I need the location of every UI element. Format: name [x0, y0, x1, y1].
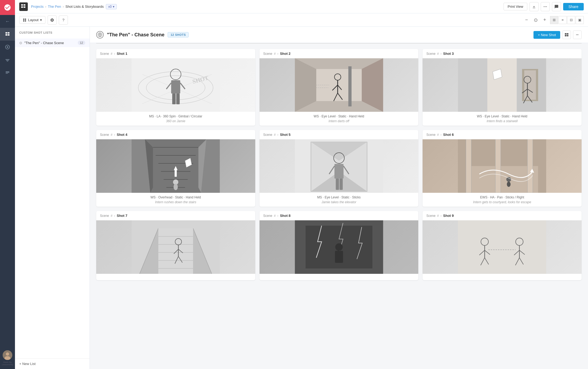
shot-7-arrow: ›: [114, 214, 115, 218]
share-button[interactable]: Share: [563, 3, 584, 10]
new-list-button[interactable]: + New List: [19, 362, 36, 366]
shot-7-scene: Scene: [100, 214, 109, 218]
shot-sidebar-header: CUSTOM SHOT LISTS: [15, 27, 90, 39]
help-label: ?: [62, 18, 64, 22]
shot-card-header-6: Scene # › Shot 6: [423, 130, 582, 139]
shot-7-footer: [96, 274, 255, 280]
svg-rect-56: [458, 58, 488, 112]
view-buttons: ⊞ ≡ ⊟ ▣: [550, 16, 584, 24]
sidebar-scene-icon[interactable]: [0, 41, 15, 53]
shot-1-footer: MS · LA · 360 Spin · Gimbal / Circular 3…: [96, 112, 255, 126]
svg-rect-3: [8, 34, 10, 36]
svg-rect-16: [23, 18, 24, 20]
shot-view-toggle[interactable]: [562, 30, 571, 39]
svg-rect-90: [336, 179, 339, 190]
help-button[interactable]: ?: [59, 16, 68, 25]
shot-grid: Scene # › Shot 1: [90, 44, 588, 286]
zoom-fit-button[interactable]: ⊙: [532, 16, 539, 24]
svg-rect-105: [158, 228, 193, 274]
storyboard-header: "The Pen" - Chase Scene 12 SHOTS + New S…: [90, 27, 588, 43]
svg-rect-25: [567, 33, 568, 34]
view-grid-button[interactable]: ⊞: [550, 16, 558, 24]
shot-3-scene: Scene: [426, 52, 435, 56]
svg-rect-24: [565, 33, 566, 34]
shot-card-3: Scene # › Shot 3: [423, 49, 582, 126]
view-film-button[interactable]: ▣: [576, 16, 584, 24]
layout-button[interactable]: Layout ▾: [19, 16, 45, 24]
shot-card-header-1: Scene # › Shot 1: [96, 49, 255, 58]
shot-card-7: Scene # › Shot 7: [96, 211, 255, 280]
svg-rect-19: [25, 20, 26, 21]
svg-rect-11: [21, 6, 23, 8]
top-bar: Projects › The Pen › Shot Lists & Storyb…: [15, 0, 588, 13]
shot-sidebar-bottom: + New List: [15, 358, 90, 369]
scene-icon: [96, 31, 104, 39]
shot-8-footer: [260, 274, 419, 280]
shot-7-image: [96, 220, 255, 274]
shot-1-hash-icon: #: [111, 52, 113, 56]
view-list-button[interactable]: ≡: [559, 16, 567, 24]
shot-5-arrow: ›: [277, 133, 278, 137]
svg-rect-10: [24, 4, 25, 6]
svg-rect-80: [175, 170, 177, 177]
shot-5-scene: Scene: [263, 133, 272, 137]
new-shot-button[interactable]: + New Shot: [533, 31, 560, 39]
shot-6-desc: Intern gets to courtyard, looks for esca…: [426, 200, 578, 204]
shot-4-footer: WS · Overhead · Static · Hand Held Inter…: [96, 193, 255, 207]
shot-8-arrow: ›: [277, 214, 278, 218]
shot-4-specs: WS · Overhead · Static · Hand Held: [100, 195, 252, 199]
shot-card-header-2: Scene # › Shot 2: [260, 49, 419, 58]
more-options-button[interactable]: [541, 2, 550, 11]
shot-5-specs: MS · Eye Level · Static · Sticks: [263, 195, 415, 199]
comments-button[interactable]: [552, 2, 561, 11]
shot-card-9: Scene # › Shot 9: [423, 211, 582, 280]
shot-list-item-icon: ⊙: [19, 41, 22, 45]
download-button[interactable]: [529, 2, 539, 11]
svg-point-15: [546, 6, 547, 7]
sidebar-filter-icon[interactable]: [0, 53, 15, 66]
shot-8-hash: #: [274, 214, 276, 218]
shot-collapse-button[interactable]: [573, 30, 582, 39]
shot-card-header-3: Scene # › Shot 3: [423, 49, 582, 58]
shot-4-arrow: ›: [114, 133, 115, 137]
svg-rect-91: [339, 179, 343, 190]
shot-list-item[interactable]: ⊙ "The Pen" - Chase Scene 12: [15, 39, 90, 47]
shot-2-specs: WS · Eye Level · Static · Hand Held: [263, 114, 415, 118]
shot-6-scene: Scene: [426, 133, 435, 137]
svg-rect-95: [466, 139, 471, 193]
version-badge[interactable]: v0 ▾: [106, 4, 117, 9]
breadcrumb-the-pen[interactable]: The Pen: [48, 5, 61, 9]
svg-rect-0: [6, 32, 7, 34]
shot-card-header-8: Scene # › Shot 8: [260, 211, 419, 220]
sidebar-storyboard-icon[interactable]: [0, 28, 15, 41]
print-view-button[interactable]: Print View: [504, 3, 527, 10]
shot-9-hash: #: [437, 214, 439, 218]
shot-9-arrow: ›: [440, 214, 442, 218]
shot-5-footer: MS · Eye Level · Static · Sticks Jamie t…: [260, 193, 419, 207]
sidebar-book-icon[interactable]: [0, 66, 15, 79]
svg-point-14: [545, 6, 546, 7]
settings-button[interactable]: [48, 16, 57, 25]
layout-label: Layout: [28, 18, 38, 22]
main-content: Projects › The Pen › Shot Lists & Storyb…: [15, 0, 588, 369]
shot-card-1: Scene # › Shot 1: [96, 49, 255, 126]
svg-point-7: [6, 352, 9, 356]
zoom-in-button[interactable]: +: [541, 16, 548, 24]
zoom-out-button[interactable]: −: [523, 16, 530, 24]
svg-rect-34: [171, 80, 180, 94]
breadcrumb-sep2: ›: [63, 5, 64, 9]
svg-rect-18: [23, 20, 24, 21]
app-logo[interactable]: [0, 0, 15, 15]
shot-4-scene: Scene: [100, 133, 109, 137]
avatar[interactable]: [3, 350, 12, 360]
svg-point-98: [506, 177, 511, 182]
shot-3-image: [423, 58, 582, 112]
shot-3-specs: WS · Eye Level · Static · Hand Held: [426, 114, 578, 118]
breadcrumb-current: Shot Lists & Storyboards: [65, 5, 104, 9]
sidebar-back-icon[interactable]: ←: [0, 15, 15, 28]
breadcrumb-projects[interactable]: Projects: [31, 5, 44, 9]
shot-2-arrow: ›: [277, 52, 278, 56]
view-large-button[interactable]: ⊟: [567, 16, 575, 24]
svg-rect-121: [335, 251, 343, 263]
shot-4-desc: Intern rushes down the stairs: [100, 200, 252, 204]
